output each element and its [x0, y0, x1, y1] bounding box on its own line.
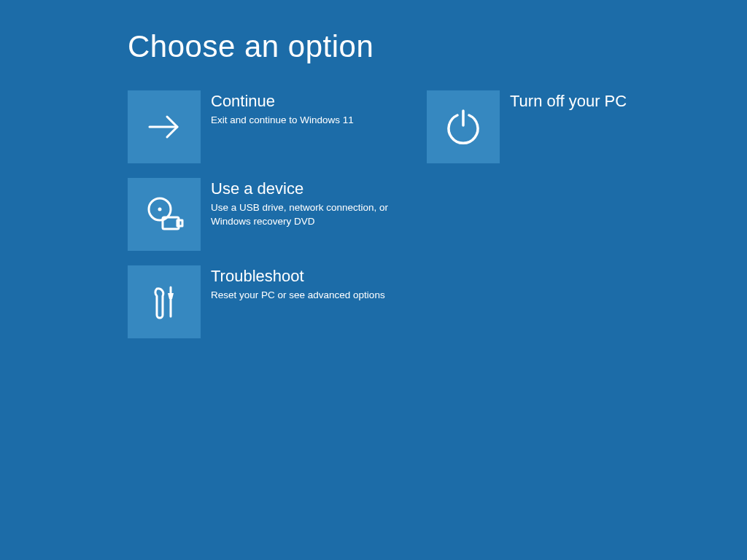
svg-point-3 — [158, 208, 162, 211]
arrow-right-icon — [128, 90, 201, 163]
page-title: Choose an option — [128, 29, 747, 64]
option-title: Troubleshoot — [211, 267, 385, 286]
option-title: Use a device — [211, 179, 390, 198]
option-use-a-device[interactable]: Use a device Use a USB drive, network co… — [128, 178, 427, 251]
option-continue[interactable]: Continue Exit and continue to Windows 11 — [128, 90, 427, 163]
option-turnoff[interactable]: Turn off your PC — [427, 90, 726, 163]
option-troubleshoot[interactable]: Troubleshoot Reset your PC or see advanc… — [128, 265, 427, 338]
device-disc-icon — [128, 178, 201, 251]
option-title: Turn off your PC — [510, 92, 627, 111]
option-title: Continue — [211, 92, 354, 111]
option-desc: Reset your PC or see advanced options — [211, 289, 385, 302]
option-desc: Exit and continue to Windows 11 — [211, 114, 354, 127]
options-list: Continue Exit and continue to Windows 11… — [128, 90, 747, 338]
power-icon — [427, 90, 500, 163]
option-desc: Use a USB drive, network connection, or … — [211, 201, 390, 228]
wrench-screwdriver-icon — [128, 265, 201, 338]
